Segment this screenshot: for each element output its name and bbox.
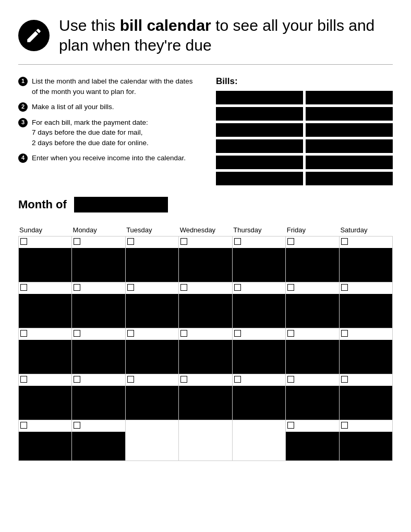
pencil-icon — [18, 20, 50, 51]
day-content — [126, 340, 178, 374]
table-row — [126, 374, 179, 420]
day-content — [19, 340, 71, 374]
step-1-circle: 1 — [18, 77, 28, 86]
table-row — [72, 282, 125, 328]
header-divider — [18, 64, 393, 65]
day-content — [233, 294, 285, 328]
step-4-circle: 4 — [18, 153, 28, 163]
bill-input-4[interactable] — [306, 107, 393, 121]
table-row — [179, 420, 232, 461]
bills-grid — [216, 91, 393, 185]
day-checkbox[interactable] — [20, 330, 27, 337]
bill-input-9[interactable] — [216, 156, 303, 169]
day-content — [72, 248, 125, 282]
day-checkbox[interactable] — [74, 238, 80, 245]
day-content — [340, 340, 392, 374]
day-checkbox[interactable] — [127, 376, 134, 383]
table-row — [233, 374, 286, 420]
instructions-list: 1 List the month and label the calendar … — [18, 76, 195, 169]
day-friday: Friday — [286, 226, 340, 234]
table-row — [126, 282, 179, 328]
day-checkbox[interactable] — [74, 284, 80, 291]
bills-section: Bills: — [216, 76, 393, 185]
bills-label: Bills: — [216, 76, 393, 87]
day-content — [126, 386, 178, 420]
day-content — [179, 294, 232, 328]
table-row — [286, 420, 339, 461]
table-row — [72, 374, 125, 420]
day-content — [286, 432, 339, 460]
day-checkbox[interactable] — [20, 238, 27, 245]
day-content — [72, 294, 125, 328]
bill-input-8[interactable] — [306, 139, 393, 153]
day-content — [179, 248, 232, 282]
day-checkbox[interactable] — [74, 376, 80, 383]
day-checkbox[interactable] — [127, 284, 134, 291]
day-checkbox[interactable] — [341, 422, 348, 429]
table-row — [340, 282, 393, 328]
day-content — [126, 294, 178, 328]
day-checkbox[interactable] — [74, 422, 80, 429]
day-checkbox[interactable] — [341, 376, 348, 383]
step-3-circle: 3 — [18, 118, 28, 127]
day-checkbox[interactable] — [287, 238, 294, 245]
day-content — [126, 432, 178, 460]
table-row — [340, 328, 393, 374]
day-checkbox[interactable] — [341, 238, 348, 245]
day-checkbox[interactable] — [127, 238, 134, 245]
instruction-step-4: 4 Enter when you receive income into the… — [18, 153, 195, 163]
day-checkbox[interactable] — [287, 330, 294, 337]
day-checkbox[interactable] — [20, 422, 27, 429]
bill-input-10[interactable] — [306, 156, 393, 169]
day-checkbox[interactable] — [180, 376, 187, 383]
day-checkbox[interactable] — [20, 284, 27, 291]
table-row — [126, 328, 179, 374]
day-checkbox[interactable] — [341, 330, 348, 337]
table-row — [179, 328, 232, 374]
day-checkbox[interactable] — [234, 238, 241, 245]
day-content — [233, 248, 285, 282]
day-checkbox[interactable] — [127, 330, 134, 337]
day-content — [233, 432, 285, 460]
day-checkbox[interactable] — [234, 284, 241, 291]
table-row — [126, 237, 179, 282]
day-checkbox[interactable] — [234, 376, 241, 383]
bill-input-3[interactable] — [216, 107, 303, 121]
day-checkbox[interactable] — [287, 284, 294, 291]
day-content — [340, 248, 392, 282]
day-checkbox[interactable] — [287, 376, 294, 383]
day-checkbox[interactable] — [234, 330, 241, 337]
day-checkbox[interactable] — [20, 376, 27, 383]
instruction-step-2: 2 Make a list of all your bills. — [18, 102, 195, 112]
day-content — [233, 386, 285, 420]
day-content — [19, 248, 71, 282]
table-row — [286, 237, 339, 282]
month-input[interactable] — [74, 197, 168, 212]
bill-input-1[interactable] — [216, 91, 303, 104]
bill-input-12[interactable] — [306, 172, 393, 185]
step-3-text: For each bill, mark the payment date:7 d… — [32, 117, 149, 148]
instruction-step-3: 3 For each bill, mark the payment date:7… — [18, 117, 195, 148]
table-row — [19, 282, 72, 328]
bill-input-7[interactable] — [216, 139, 303, 153]
day-content — [19, 294, 71, 328]
bill-input-11[interactable] — [216, 172, 303, 185]
day-checkbox[interactable] — [287, 422, 294, 429]
day-content — [286, 386, 339, 420]
table-row — [179, 237, 232, 282]
day-checkbox[interactable] — [180, 238, 187, 245]
table-row — [233, 328, 286, 374]
day-content — [72, 340, 125, 374]
day-checkbox[interactable] — [180, 330, 187, 337]
day-content — [179, 432, 232, 460]
day-checkbox[interactable] — [180, 284, 187, 291]
day-content — [233, 340, 285, 374]
day-content — [286, 340, 339, 374]
bill-input-2[interactable] — [306, 91, 393, 104]
table-row — [340, 420, 393, 461]
bill-input-6[interactable] — [306, 123, 393, 137]
day-content — [19, 432, 71, 460]
day-checkbox[interactable] — [341, 284, 348, 291]
day-checkbox[interactable] — [74, 330, 80, 337]
bill-input-5[interactable] — [216, 123, 303, 137]
